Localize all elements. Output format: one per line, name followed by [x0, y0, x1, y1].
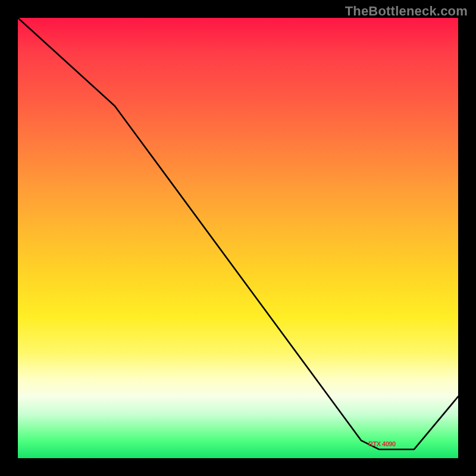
watermark-text: TheBottleneck.com: [345, 4, 468, 19]
series-label: RTX 4090: [368, 440, 396, 447]
line-plot: [18, 18, 458, 458]
chart-container: TheBottleneck.com RTX 4090: [0, 0, 476, 476]
curve-path: [18, 18, 458, 449]
plot-area: RTX 4090: [18, 18, 458, 458]
